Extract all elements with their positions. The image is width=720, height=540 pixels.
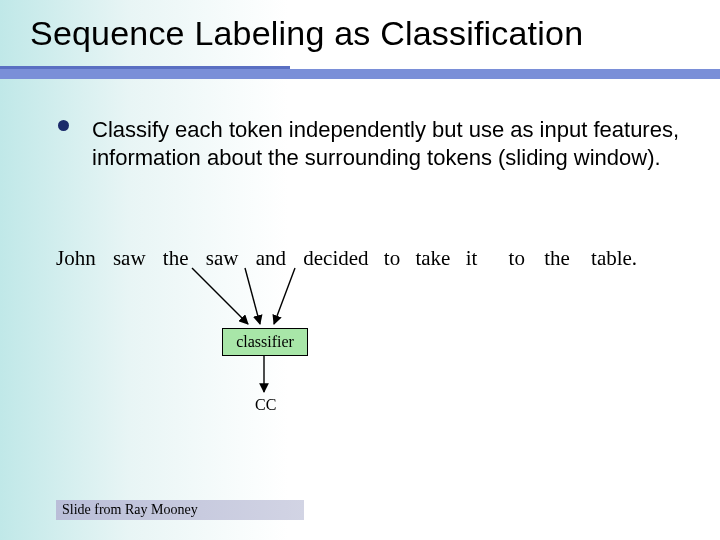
token-decided: decided — [303, 246, 368, 271]
arrow-in-left — [192, 268, 248, 324]
token-take: take — [415, 246, 450, 271]
rule-thick — [0, 69, 720, 79]
token-and: and — [256, 246, 286, 271]
token-it: it — [466, 246, 478, 271]
slide-title: Sequence Labeling as Classification — [30, 14, 583, 53]
output-tag: CC — [255, 396, 276, 414]
example-sentence: John saw the saw and decided to take it … — [56, 246, 637, 271]
title-rule — [0, 66, 720, 80]
token-saw-2: saw — [206, 246, 239, 271]
attribution: Slide from Ray Mooney — [56, 500, 304, 520]
bullet-icon — [58, 120, 69, 131]
token-the-1: the — [163, 246, 189, 271]
classifier-box: classifier — [222, 328, 308, 356]
token-saw-1: saw — [113, 246, 146, 271]
arrow-in-mid — [245, 268, 260, 324]
token-the-2: the — [544, 246, 570, 271]
token-table: table. — [591, 246, 637, 271]
token-to-1: to — [384, 246, 400, 271]
token-john: John — [56, 246, 96, 271]
token-to-2: to — [509, 246, 525, 271]
arrow-in-right — [274, 268, 295, 324]
bullet-text: Classify each token independently but us… — [92, 116, 692, 171]
slide-root: Sequence Labeling as Classification Clas… — [0, 0, 720, 540]
